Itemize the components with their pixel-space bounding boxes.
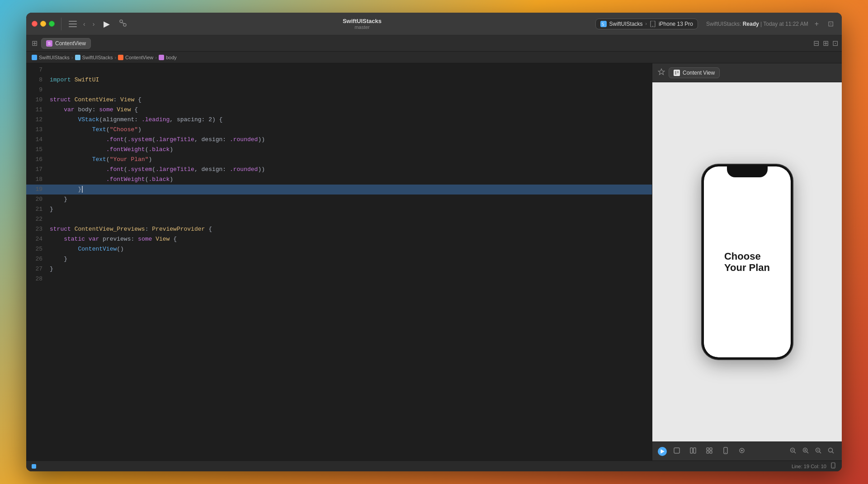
code-line-19: 19 } (26, 185, 652, 195)
code-line-17: 17 .font(.system(.largeTitle, design: .r… (26, 165, 652, 175)
line-num-12: 12 (26, 115, 50, 125)
svg-line-29 (807, 452, 809, 454)
preview-device-button[interactable] (719, 445, 732, 458)
line-num-9: 9 (26, 85, 50, 95)
breadcrumb-file[interactable]: ContentView (118, 55, 153, 60)
navigator-icon[interactable]: ⊞ (30, 37, 39, 49)
scheme-selector[interactable]: S SwiftUIStacks › iPhone 13 Pro (595, 19, 698, 29)
line-num-19: 19 (26, 185, 50, 195)
content-view-label: Content View (683, 70, 715, 76)
line-content-28 (50, 274, 652, 284)
line-num-20: 20 (26, 195, 50, 204)
code-line-22: 22 (26, 214, 652, 224)
svg-line-33 (820, 452, 821, 454)
line-content-25: ContentView() (50, 244, 652, 254)
svg-rect-18 (710, 448, 712, 450)
scheme-name: SwiftUIStacks (609, 21, 643, 27)
nav-forward-button[interactable]: › (91, 19, 97, 28)
line-content-19: } (50, 185, 652, 195)
folder-icon (75, 55, 80, 60)
line-num-28: 28 (26, 274, 50, 284)
fullscreen-button[interactable] (49, 21, 55, 27)
preview-layout-grid-button[interactable] (703, 445, 716, 458)
code-line-9: 9 (26, 85, 652, 95)
code-line-27: 27 } (26, 264, 652, 274)
zoom-out-button[interactable] (788, 445, 798, 457)
code-line-16: 16 Text("Your Plan") (26, 155, 652, 165)
code-line-24: 24 static var previews: some View { (26, 234, 652, 244)
code-editor[interactable]: 7 8 import SwiftUI 9 10 struct ContentVi… (26, 63, 652, 460)
preview-layout-single-button[interactable] (670, 445, 683, 458)
breadcrumb-project[interactable]: SwiftUIStacks (32, 55, 70, 60)
tab-bar: ⊞ S ContentView ⊟ ⊞ ⊡ (26, 35, 842, 52)
project-title: SwiftUIStacks master (132, 18, 591, 30)
preview-layout-split-button[interactable] (687, 445, 699, 458)
zoom-fit-button[interactable] (813, 445, 824, 457)
svg-rect-20 (710, 451, 712, 453)
line-content-18: .fontWeight(.black) (50, 175, 652, 185)
line-content-12: VStack(alignment: .leading, spacing: 2) … (50, 115, 652, 125)
tab-layout-grid-icon[interactable]: ⊞ (823, 39, 829, 47)
phone-screen: Choose Your Plan (704, 166, 791, 357)
breadcrumb-body-label: body (166, 55, 177, 60)
line-num-26: 26 (26, 254, 50, 264)
preview-panel: Content View Choose Your Plan (652, 63, 842, 460)
svg-point-4 (123, 24, 126, 26)
line-content-15: .fontWeight(.black) (50, 145, 652, 155)
zoom-in-button[interactable] (800, 445, 811, 457)
code-line-20: 20 } (26, 195, 652, 204)
traffic-lights (32, 21, 55, 27)
pin-button[interactable] (658, 68, 665, 77)
sidebar-toggle-button[interactable] (68, 20, 78, 28)
status-prefix: SwiftUIStacks: (706, 21, 743, 27)
svg-rect-0 (69, 21, 77, 22)
minimize-button[interactable] (40, 21, 46, 27)
tab-inspector-icon[interactable]: ⊡ (832, 39, 838, 47)
svg-line-26 (794, 452, 796, 454)
line-content-7 (50, 65, 652, 75)
code-line-11: 11 var body: some View { (26, 105, 652, 115)
zoom-reset-button[interactable] (826, 445, 836, 457)
svg-point-9 (652, 26, 653, 27)
code-line-15: 15 .fontWeight(.black) (26, 145, 652, 155)
svg-point-24 (741, 450, 743, 451)
svg-rect-10 (674, 70, 679, 76)
code-line-14: 14 .font(.system(.largeTitle, design: .r… (26, 135, 652, 145)
line-content-14: .font(.system(.largeTitle, design: .roun… (50, 135, 652, 145)
content-view-badge-icon (674, 70, 680, 76)
project-icon (32, 55, 37, 60)
status-text: SwiftUIStacks: Ready | Today at 11:22 AM (706, 21, 808, 27)
tab-layout-split-icon[interactable]: ⊟ (813, 39, 819, 47)
line-content-22 (50, 214, 652, 224)
svg-rect-17 (707, 448, 709, 450)
tab-content-view[interactable]: S ContentView (41, 38, 91, 49)
content-view-badge[interactable]: Content View (669, 67, 720, 78)
close-button[interactable] (32, 21, 38, 27)
nav-back-button[interactable]: ‹ (81, 19, 87, 28)
play-preview-button[interactable] (658, 447, 667, 456)
xcode-window: ‹ › ▶ SwiftUIStacks master S SwiftUIStac… (26, 13, 842, 471)
iphone-icon (650, 21, 656, 27)
line-content-23: struct ContentView_Previews: PreviewProv… (50, 224, 652, 234)
status-bar: Line: 19 Col: 10 (26, 460, 842, 471)
source-control-icon (119, 19, 127, 27)
svg-rect-2 (69, 26, 77, 27)
add-button[interactable]: + (812, 19, 821, 29)
run-button[interactable]: ▶ (104, 19, 110, 29)
svg-rect-1 (69, 24, 77, 24)
breadcrumb-folder[interactable]: SwiftUIStacks (75, 55, 113, 60)
breadcrumb-body[interactable]: body (159, 55, 177, 60)
phone-mockup: Choose Your Plan (702, 165, 793, 359)
svg-text:S: S (602, 22, 604, 27)
line-num-16: 16 (26, 155, 50, 165)
preview-bottom-toolbar (652, 441, 842, 460)
preview-settings-button[interactable] (736, 445, 748, 458)
line-content-20: } (50, 195, 652, 204)
svg-point-22 (725, 452, 726, 453)
svg-rect-12 (677, 71, 679, 73)
layout-button[interactable]: ⊡ (825, 19, 836, 29)
property-icon (159, 55, 164, 60)
svg-rect-19 (707, 451, 709, 453)
line-num-18: 18 (26, 175, 50, 185)
swift-file-breadcrumb-icon (118, 55, 123, 60)
